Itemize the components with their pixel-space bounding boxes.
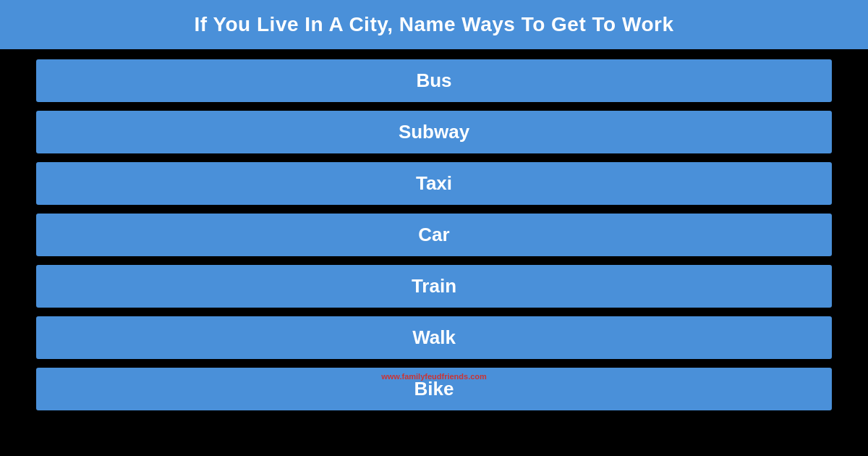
last-answer-label: Bike <box>414 378 454 400</box>
answer-label: Train <box>412 275 456 297</box>
answer-row: Walk <box>36 316 832 359</box>
last-answer-bar: www.familyfeudfriends.comBike <box>36 368 832 410</box>
answer-label: Car <box>418 224 449 245</box>
answer-label: Bus <box>416 69 451 91</box>
answer-label: Walk <box>412 326 456 348</box>
answer-row: Bus <box>36 59 832 102</box>
answers-container: BusSubwayTaxiCarTrainWalkwww.familyfeudf… <box>0 49 868 421</box>
answer-label: Subway <box>399 121 469 143</box>
answer-row: Taxi <box>36 162 832 205</box>
answer-bar: Train <box>36 265 832 308</box>
header-section: If You Live In A City, Name Ways To Get … <box>0 0 868 49</box>
answer-row: Car <box>36 214 832 256</box>
answer-bar: Car <box>36 214 832 256</box>
last-answer-row: www.familyfeudfriends.comBike <box>36 368 832 410</box>
answer-bar: Walk <box>36 316 832 359</box>
answer-row: Subway <box>36 111 832 153</box>
question-title: If You Live In A City, Name Ways To Get … <box>195 13 674 35</box>
answer-bar: Subway <box>36 111 832 153</box>
answer-label: Taxi <box>416 172 452 194</box>
answer-bar: Bus <box>36 59 832 102</box>
watermark-text: www.familyfeudfriends.com <box>381 372 487 381</box>
answer-bar: Taxi <box>36 162 832 205</box>
answer-row: Train <box>36 265 832 308</box>
